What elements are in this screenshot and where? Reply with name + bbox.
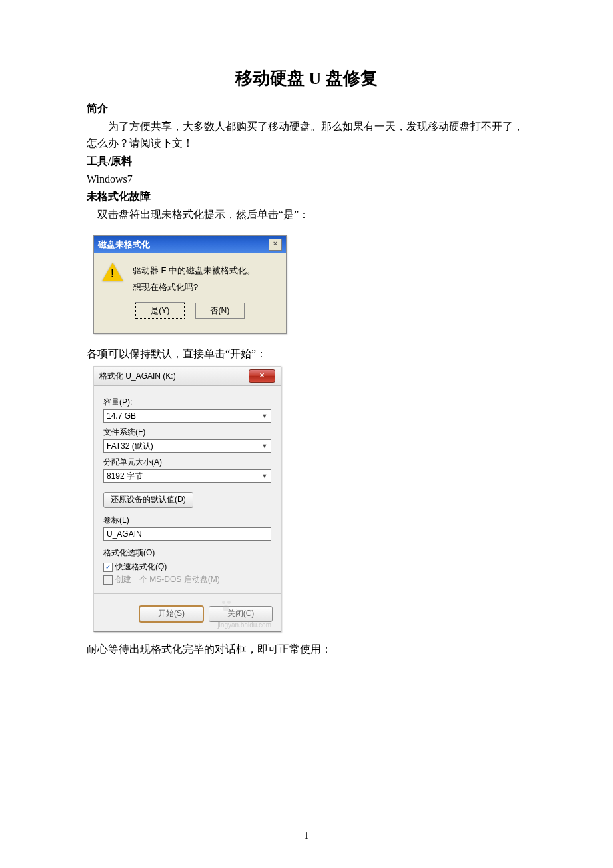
fault-heading: 未格式化故障 <box>87 190 526 204</box>
chevron-down-icon: ▼ <box>260 473 269 479</box>
dialog1-message-line1: 驱动器 F 中的磁盘未被格式化。 <box>133 263 255 279</box>
close-button[interactable]: 关闭(C) <box>209 606 273 622</box>
dialog1-message-line2: 想现在格式化吗? <box>133 279 255 296</box>
capacity-label: 容量(P): <box>103 397 271 408</box>
format-options-label: 格式化选项(O) <box>103 547 271 559</box>
quick-format-label: 快速格式化(Q) <box>115 561 167 573</box>
dialog1-titlebar[interactable]: 磁盘未格式化 × <box>94 236 286 253</box>
restore-defaults-button[interactable]: 还原设备的默认值(D) <box>103 492 193 508</box>
volume-label-input[interactable]: U_AGAIN <box>103 527 271 541</box>
no-button[interactable]: 否(N) <box>195 303 245 319</box>
chevron-down-icon: ▼ <box>260 413 269 419</box>
fault-step1: 双击盘符出现未格式化提示，然后单击“是”： <box>87 207 526 223</box>
chevron-down-icon: ▼ <box>260 443 269 449</box>
dialog-disk-not-formatted: 磁盘未格式化 × ! 驱动器 F 中的磁盘未被格式化。 想现在格式化吗? 是(Y… <box>93 235 287 333</box>
fault-step2: 各项可以保持默认，直接单击“开始”： <box>87 346 526 363</box>
close-icon[interactable]: × <box>249 369 275 383</box>
checkbox-checked-icon: ✓ <box>103 563 113 572</box>
intro-heading: 简介 <box>87 102 526 116</box>
quick-format-checkbox-row[interactable]: ✓ 快速格式化(Q) <box>103 561 271 573</box>
filesystem-select[interactable]: FAT32 (默认) ▼ <box>103 439 271 453</box>
filesystem-label: 文件系统(F) <box>103 427 271 438</box>
checkbox-empty-icon <box>103 575 113 585</box>
dialog1-title-text: 磁盘未格式化 <box>98 239 150 251</box>
page-title: 移动硬盘 U 盘修复 <box>87 67 526 90</box>
tools-body: Windows7 <box>87 171 526 188</box>
allocation-select[interactable]: 8192 字节 ▼ <box>103 469 271 483</box>
dialog-format: 格式化 U_AGAIN (K:) × 容量(P): 14.7 GB ▼ 文件系统… <box>93 366 281 632</box>
yes-button[interactable]: 是(Y) <box>135 303 185 319</box>
watermark-text: jingyan.baidu.com <box>217 621 271 629</box>
dialog2-titlebar[interactable]: 格式化 U_AGAIN (K:) × <box>94 367 281 386</box>
close-icon[interactable]: × <box>269 239 282 251</box>
tools-heading: 工具/原料 <box>87 155 526 169</box>
msdos-boot-label: 创建一个 MS-DOS 启动盘(M) <box>115 574 220 585</box>
start-button[interactable]: 开始(S) <box>139 606 203 622</box>
msdos-boot-checkbox-row: 创建一个 MS-DOS 启动盘(M) <box>103 574 271 585</box>
capacity-value: 14.7 GB <box>107 411 136 421</box>
allocation-label: 分配单元大小(A) <box>103 457 271 468</box>
warning-icon: ! <box>102 263 123 283</box>
allocation-value: 8192 字节 <box>107 471 143 482</box>
page-number: 1 <box>0 831 613 841</box>
filesystem-value: FAT32 (默认) <box>107 441 153 452</box>
capacity-select[interactable]: 14.7 GB ▼ <box>103 409 271 423</box>
volume-label-label: 卷标(L) <box>103 515 271 526</box>
fault-step3: 耐心等待出现格式化完毕的对话框，即可正常使用： <box>87 641 526 658</box>
intro-body: 为了方便共享，大多数人都购买了移动硬盘。那么如果有一天，发现移动硬盘打不开了，怎… <box>87 119 526 152</box>
dialog2-title-text: 格式化 U_AGAIN (K:) <box>99 371 176 382</box>
